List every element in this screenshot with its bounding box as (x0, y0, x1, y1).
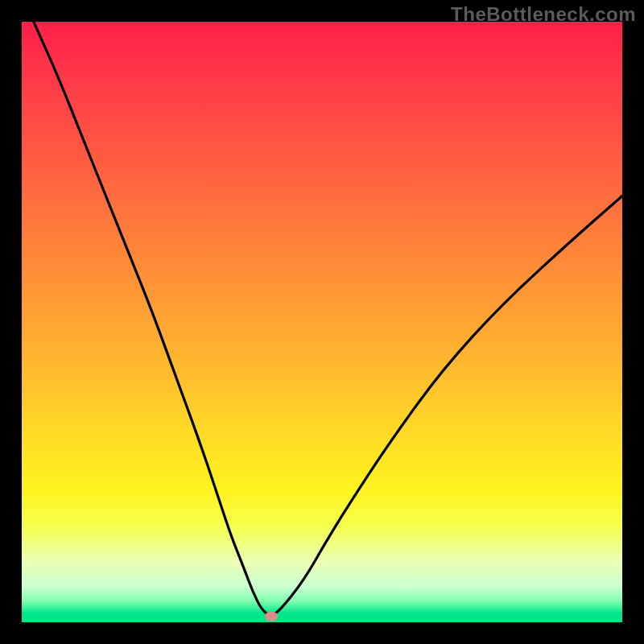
curve-path (34, 22, 622, 615)
chart-frame: TheBottleneck.com (0, 0, 644, 644)
plot-area (22, 22, 622, 622)
bottleneck-marker (265, 612, 278, 621)
bottleneck-curve (22, 22, 622, 622)
